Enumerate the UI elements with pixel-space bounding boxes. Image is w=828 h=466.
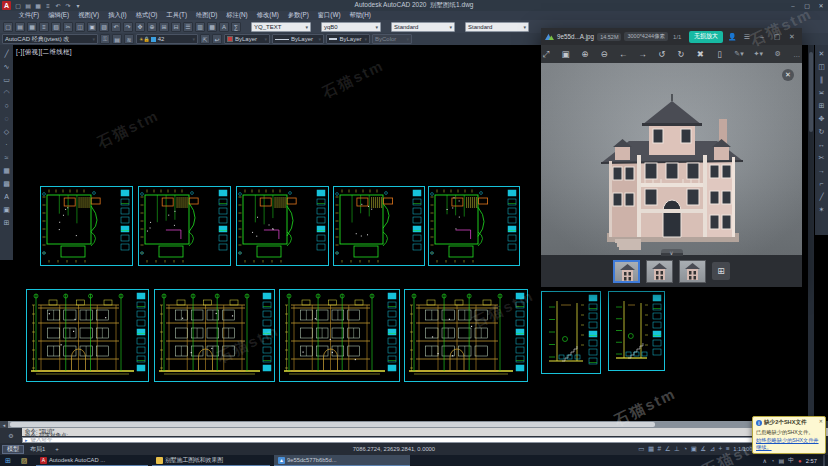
thumbnail-grid-button[interactable]: ⊞ xyxy=(712,262,730,280)
dynamic-ucs-icon[interactable]: ⊿ xyxy=(710,446,715,453)
undo-icon[interactable]: ↶ xyxy=(54,2,62,10)
erase-icon[interactable]: ✕ xyxy=(816,47,827,60)
infer-icon[interactable]: ∠ xyxy=(665,446,671,453)
block-icon[interactable]: ▣ xyxy=(1,203,12,216)
rotate-left-icon[interactable]: ↺ xyxy=(657,49,667,59)
extend-icon[interactable]: → xyxy=(816,164,827,177)
polygon-icon[interactable]: ◇ xyxy=(1,125,12,138)
new-icon[interactable]: ▢ xyxy=(14,2,22,10)
fullscreen-icon[interactable]: ⤢ xyxy=(541,49,551,60)
viewer-settings-icon[interactable]: ⚙ xyxy=(772,50,782,58)
menu-item[interactable]: 工具(T) xyxy=(162,11,192,20)
layer-previous-icon[interactable]: ↩ xyxy=(212,34,222,44)
scale-icon[interactable]: ↔ xyxy=(816,138,827,151)
text-icon[interactable]: A xyxy=(1,190,12,203)
tab-model[interactable]: 模型 xyxy=(2,445,24,454)
viewer-minimize-button[interactable]: – xyxy=(756,33,768,40)
lineweight-combo[interactable]: ByLayer▾ xyxy=(326,34,370,44)
menu-item[interactable]: 编辑(E) xyxy=(44,11,74,20)
trim-icon[interactable]: ✂ xyxy=(816,151,827,164)
rotate-icon[interactable]: ↻ xyxy=(816,125,827,138)
start-button-icon[interactable]: ⊞ xyxy=(0,455,16,466)
zoom-realtime-icon[interactable]: ⊕ xyxy=(147,22,157,32)
clock[interactable]: 2:57 xyxy=(806,458,817,464)
beautify-icon[interactable]: ✦▾ xyxy=(753,50,763,58)
new-layout-button[interactable]: + xyxy=(51,445,63,454)
viewer-account-icon[interactable]: 👤 xyxy=(726,33,738,41)
polyline-icon[interactable]: ∿ xyxy=(1,60,12,73)
viewer-menu-icon[interactable]: ☰ xyxy=(741,33,753,41)
horizontal-scrollbar-thumb[interactable] xyxy=(10,422,655,427)
point-icon[interactable]: · xyxy=(1,138,12,151)
lineweight-toggle-icon[interactable]: ≡ xyxy=(726,446,730,453)
linetype-combo[interactable]: ByLayer▾ xyxy=(272,34,324,44)
table-icon[interactable]: ⊞ xyxy=(1,216,12,229)
edit-image-icon[interactable]: ✎▾ xyxy=(734,50,744,58)
move-icon[interactable]: ✥ xyxy=(816,112,827,125)
open-file-icon[interactable]: ▤ xyxy=(15,22,25,32)
layer-states-icon[interactable]: ≋ xyxy=(124,34,134,44)
paste-icon[interactable]: ▣ xyxy=(87,22,97,32)
match-properties-icon[interactable]: ▨ xyxy=(99,22,109,32)
fillet-icon[interactable]: ⌐ xyxy=(816,177,827,190)
dim-style-combo[interactable]: yqB0▾ xyxy=(321,22,381,32)
wrench-icon[interactable]: ⚙ xyxy=(8,432,13,439)
viewer-float-close-icon[interactable]: ✕ xyxy=(782,69,794,81)
plot-icon[interactable]: ≡ xyxy=(39,22,49,32)
menu-item[interactable]: 绘图(D) xyxy=(192,11,222,20)
arc-icon[interactable]: ◠ xyxy=(1,86,12,99)
revcloud-icon[interactable]: ◌ xyxy=(1,112,12,125)
menu-item[interactable]: 修改(M) xyxy=(252,11,283,20)
new-file-icon[interactable]: ▢ xyxy=(3,22,13,32)
menu-item[interactable]: 格式(O) xyxy=(131,11,162,20)
layer-combo[interactable]: ☀🔒 42▾ xyxy=(136,34,198,44)
menu-item[interactable]: 帮助(H) xyxy=(345,11,375,20)
calc-icon[interactable]: ∑ xyxy=(231,22,241,32)
viewer-canvas[interactable]: ✕ xyxy=(541,63,802,255)
gradient-icon[interactable]: ▩ xyxy=(1,177,12,190)
mleader-style-combo[interactable]: Standard▾ xyxy=(465,22,529,32)
design-center-icon[interactable]: ▥ xyxy=(195,22,205,32)
command-input[interactable]: ▸ 键入命令 xyxy=(22,437,810,444)
plot-icon[interactable]: ≡ xyxy=(44,2,52,10)
volume-icon[interactable]: ▤ xyxy=(778,457,784,464)
more-tools-icon[interactable]: … xyxy=(792,51,802,58)
layer-properties-icon[interactable]: ▤ xyxy=(112,34,122,44)
zoom-window-icon[interactable]: ⊞ xyxy=(159,22,169,32)
file-explorer-icon[interactable]: ▨ xyxy=(16,455,32,466)
chamfer-icon[interactable]: ╱ xyxy=(816,190,827,203)
offset-icon[interactable]: ≍ xyxy=(816,86,827,99)
tab-layout1[interactable]: 布局1 xyxy=(26,445,49,454)
polar-icon[interactable]: ◔ xyxy=(683,446,687,453)
delete-image-icon[interactable]: ✖ xyxy=(695,49,705,59)
copy-object-icon[interactable]: ◫ xyxy=(816,60,827,73)
menu-item[interactable]: 插入(I) xyxy=(104,11,132,20)
viewer-thumbnail[interactable] xyxy=(679,260,706,283)
redo-icon[interactable]: ↷ xyxy=(123,22,133,32)
hatch-icon[interactable]: ▦ xyxy=(1,164,12,177)
make-layer-current-icon[interactable]: ⇱ xyxy=(200,34,210,44)
menu-item[interactable]: 窗口(W) xyxy=(313,11,345,20)
spline-icon[interactable]: ≈ xyxy=(1,151,12,164)
undo-icon[interactable]: ↶ xyxy=(111,22,121,32)
maximize-button[interactable]: ▢ xyxy=(800,1,814,11)
scroll-left-arrow[interactable]: ◂ xyxy=(0,421,8,428)
viewer-thumbnail[interactable] xyxy=(613,260,640,283)
menu-item[interactable]: 视图(V) xyxy=(74,11,104,20)
dyn-input-icon[interactable]: + xyxy=(719,446,723,453)
snap-icon[interactable]: # xyxy=(658,446,662,453)
balloon-link[interactable]: 始终忽略缺少的SHX文件并继续。 xyxy=(756,437,822,451)
mirror-icon[interactable]: ∥ xyxy=(816,73,827,86)
grid-icon[interactable]: ▦ xyxy=(648,446,654,453)
redo-icon[interactable]: ↷ xyxy=(64,2,72,10)
tool-palettes-icon[interactable]: ▩ xyxy=(207,22,217,32)
send-to-phone-icon[interactable]: ▯ xyxy=(715,49,725,59)
copy-icon[interactable]: ◫ xyxy=(75,22,85,32)
table-style-combo[interactable]: Standard▾ xyxy=(391,22,455,32)
menu-item[interactable]: 参数(P) xyxy=(283,11,313,20)
menu-item[interactable]: 文件(F) xyxy=(14,11,44,20)
properties-icon[interactable]: ☰ xyxy=(183,22,193,32)
command-customize[interactable]: ⚙ xyxy=(0,428,22,443)
next-image-icon[interactable]: → xyxy=(637,49,647,59)
explode-icon[interactable]: ✶ xyxy=(816,203,827,216)
